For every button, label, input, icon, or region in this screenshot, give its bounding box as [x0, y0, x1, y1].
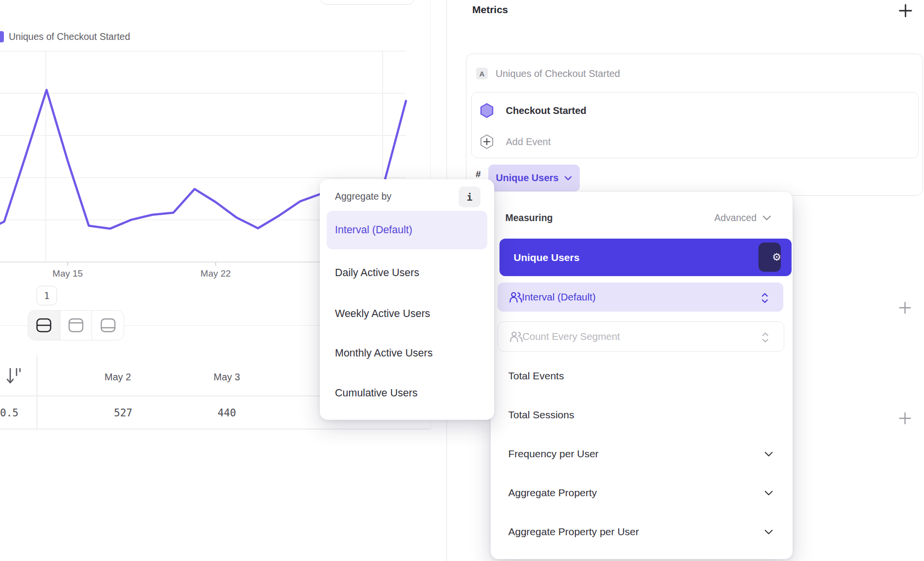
- interval-param-label: Interval (Default): [522, 291, 596, 303]
- layout-top-icon: [68, 318, 84, 333]
- aggregate-option[interactable]: Monthly Active Users: [320, 345, 494, 361]
- aggregate-option-selected[interactable]: Interval (Default): [327, 211, 487, 249]
- advanced-label: Advanced: [714, 212, 757, 224]
- aggregate-option[interactable]: Daily Active Users: [320, 264, 494, 281]
- metric-card: A Uniques of Checkout Started Checkout S…: [466, 54, 923, 196]
- gear-icon: ⚙: [772, 252, 781, 262]
- event-row[interactable]: Checkout Started: [480, 103, 587, 118]
- event-name: Checkout Started: [506, 105, 587, 116]
- row-divider: [0, 429, 430, 430]
- column-divider: [37, 355, 37, 430]
- add-filter-icon[interactable]: [899, 301, 911, 314]
- analytics-app: Uniques of Checkout Started May 15 May 2…: [0, 0, 924, 561]
- x-axis-tick-label: May 15: [43, 268, 92, 279]
- event-card: Checkout Started Add Event: [471, 92, 919, 158]
- layout-bottom-button[interactable]: [92, 311, 124, 340]
- aggregate-option-label: Interval (Default): [335, 224, 412, 236]
- chevron-down-icon: [564, 176, 572, 181]
- add-event-hexagon-icon: [480, 134, 494, 150]
- measuring-option[interactable]: Aggregate Property per User: [491, 512, 793, 551]
- add-metric-icon[interactable]: [899, 4, 912, 18]
- chevron-down-icon: [764, 490, 773, 496]
- selected-option-label: Unique Users: [514, 252, 579, 263]
- pagination-badge[interactable]: 1: [37, 286, 57, 305]
- advanced-toggle[interactable]: Advanced: [714, 212, 771, 224]
- add-breakdown-icon[interactable]: [899, 412, 911, 425]
- layout-split-button[interactable]: [28, 311, 60, 340]
- aggregate-option[interactable]: Cumulative Users: [320, 385, 494, 401]
- column-header[interactable]: May 3: [172, 372, 281, 383]
- measuring-option[interactable]: Aggregate Property: [491, 473, 793, 512]
- layout-toggle-group: [28, 310, 124, 340]
- measuring-popup: Measuring Advanced Unique Users ⚙: [491, 192, 793, 559]
- chevron-down-icon: [764, 529, 773, 535]
- column-header[interactable]: May 2: [63, 372, 172, 383]
- measuring-option-label: Aggregate Property: [508, 487, 597, 499]
- measuring-selected-option[interactable]: Unique Users ⚙: [499, 239, 792, 276]
- aggregate-option-label: Cumulative Users: [335, 387, 418, 399]
- measuring-option-label: Aggregate Property per User: [508, 526, 639, 538]
- table-cell: 527: [69, 407, 178, 419]
- info-button[interactable]: i: [459, 187, 480, 207]
- count-type-symbol: #: [476, 169, 481, 180]
- layout-top-button[interactable]: [60, 311, 92, 340]
- aggregate-by-title: Aggregate by: [335, 191, 391, 202]
- add-event-row[interactable]: Add Event: [480, 134, 551, 149]
- count-type-chip[interactable]: Unique Users: [488, 165, 580, 191]
- layout-bottom-icon: [100, 318, 116, 333]
- chevron-down-icon: [762, 215, 771, 221]
- segment-param-label: Count Every Segment: [522, 331, 620, 342]
- aggregate-option[interactable]: Weekly Active Users: [320, 305, 494, 322]
- add-event-label: Add Event: [506, 136, 551, 148]
- metric-title-row[interactable]: A Uniques of Checkout Started: [476, 68, 620, 79]
- measuring-option[interactable]: Frequency per User: [491, 434, 793, 473]
- measuring-option-label: Total Events: [508, 370, 564, 382]
- aggregate-by-popup: Aggregate by i Interval (Default) Daily …: [320, 179, 494, 420]
- layout-split-icon: [36, 318, 52, 333]
- interval-param-row[interactable]: Interval (Default): [498, 282, 783, 312]
- aggregate-option-label: Weekly Active Users: [335, 308, 430, 320]
- up-down-icon: [761, 332, 769, 343]
- aggregate-option-label: Monthly Active Users: [335, 347, 433, 359]
- chevron-down-icon: [764, 451, 773, 457]
- event-hexagon-icon: [480, 103, 494, 118]
- metric-letter-badge: A: [476, 68, 488, 79]
- sort-icon[interactable]: [6, 367, 23, 386]
- measuring-title: Measuring: [505, 212, 553, 224]
- table-cell: 0.5: [0, 407, 18, 419]
- settings-chip[interactable]: ⚙: [758, 243, 781, 272]
- info-icon: i: [466, 191, 472, 203]
- measuring-option-label: Frequency per User: [508, 448, 599, 460]
- people-icon: [509, 291, 522, 303]
- aggregate-option-label: Daily Active Users: [335, 267, 419, 279]
- x-axis-tick-label: May 22: [191, 268, 240, 279]
- people-icon: [510, 330, 523, 343]
- metric-title: Uniques of Checkout Started: [496, 68, 620, 79]
- up-down-icon: [761, 292, 769, 304]
- segment-param-row[interactable]: Count Every Segment: [498, 321, 784, 352]
- measuring-option-label: Total Sessions: [508, 409, 574, 421]
- measuring-option[interactable]: Total Sessions: [491, 395, 793, 434]
- table-cell: 440: [172, 407, 281, 419]
- measuring-option[interactable]: Total Events: [491, 356, 793, 395]
- count-type-label: Unique Users: [496, 172, 559, 184]
- metrics-panel-title: Metrics: [472, 4, 508, 16]
